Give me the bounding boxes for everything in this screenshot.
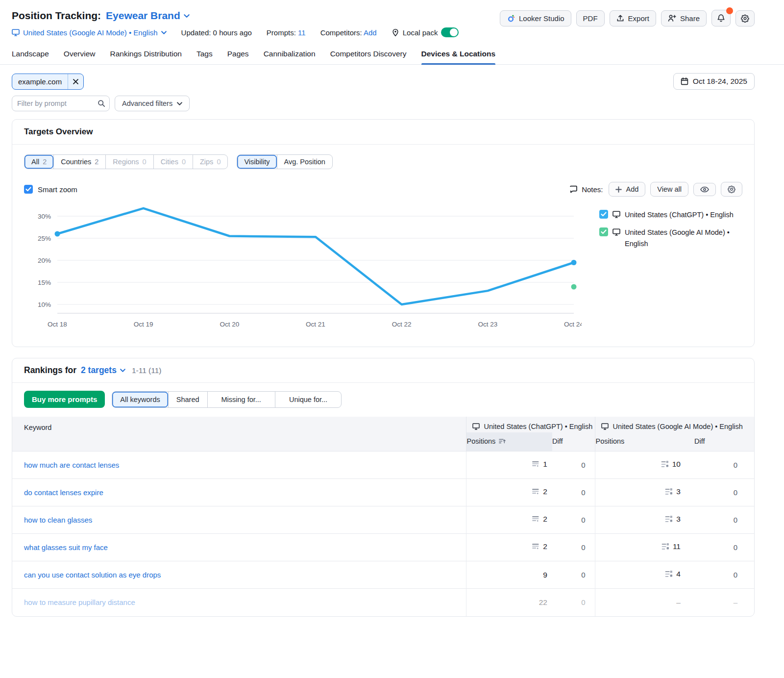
keyword-link[interactable]: how to measure pupillary distance (24, 598, 135, 606)
scope-tab-countries[interactable]: Countries 2 (53, 155, 105, 169)
table-row: can you use contact solution as eye drop… (12, 561, 754, 589)
tab-competitors-discovery[interactable]: Competitors Discovery (330, 45, 407, 64)
svg-text:10%: 10% (38, 301, 51, 308)
diff-header-chatgpt[interactable]: Diff (552, 432, 595, 452)
keyword-filter-tabs: All keywords Shared Missing for... Uniqu… (112, 391, 342, 408)
chevron-down-icon (120, 369, 125, 372)
filter-row: example.com Oct 18-24, 2025 (0, 73, 784, 90)
header-actions: Looker Studio PDF Export Share (500, 10, 755, 26)
domain-chip-label: example.com (12, 74, 68, 89)
date-range-label: Oct 18-24, 2025 (693, 77, 747, 86)
tab-cannibalization[interactable]: Cannibalization (264, 45, 316, 64)
svg-text:Oct 24: Oct 24 (564, 321, 582, 328)
remove-chip-button[interactable] (68, 74, 83, 89)
keyword-link[interactable]: do contact lenses expire (24, 488, 103, 497)
target-selector[interactable]: United States (Google AI Mode) • English (12, 28, 167, 37)
filter-tab-missing-for[interactable]: Missing for... (207, 392, 275, 407)
scope-tab-regions: Regions 0 (105, 155, 153, 169)
chart-settings-button[interactable] (721, 182, 742, 197)
metric-tab-avg-position[interactable]: Avg. Position (277, 155, 332, 169)
table-row: how to measure pupillary distance 22 0 –… (12, 589, 754, 616)
tab-landscape[interactable]: Landscape (12, 45, 49, 64)
share-button[interactable]: Share (661, 10, 707, 26)
monitor-icon (601, 423, 609, 430)
chart-legend: United States (ChatGPT) • English United… (582, 203, 742, 335)
tab-rankings-distribution[interactable]: Rankings Distribution (110, 45, 181, 64)
target-selector-label: United States (Google AI Mode) • English (23, 28, 158, 37)
tab-overview[interactable]: Overview (64, 45, 96, 64)
filter-tab-all-keywords[interactable]: All keywords (112, 392, 168, 407)
date-range-button[interactable]: Oct 18-24, 2025 (673, 73, 755, 90)
scope-tab-all[interactable]: All 2 (24, 155, 53, 169)
pdf-button[interactable]: PDF (576, 10, 605, 26)
svg-text:20%: 20% (38, 257, 51, 264)
keyword-link[interactable]: can you use contact solution as eye drop… (24, 571, 161, 579)
project-selector[interactable]: Eyewear Brand (106, 10, 190, 22)
local-pack-control: Local pack (392, 27, 459, 37)
ai-mode-serp-icon (665, 515, 673, 523)
export-button[interactable]: Export (610, 10, 656, 26)
export-label: Export (628, 14, 649, 23)
prompt-filter-box (12, 96, 110, 111)
upload-icon (616, 14, 624, 22)
metric-tab-visibility[interactable]: Visibility (237, 155, 276, 169)
top-bar: Position Tracking: Eyewear Brand United … (0, 0, 784, 37)
legend-label-chatgpt: United States (ChatGPT) • English (625, 209, 734, 220)
add-note-button[interactable]: Add (609, 182, 645, 197)
notifications-button[interactable] (711, 10, 731, 26)
competitors-label: Competitors: (320, 28, 362, 37)
keyword-link[interactable]: what glasses suit my face (24, 543, 108, 552)
ai-mode-serp-icon (662, 543, 669, 551)
table-row: how much are contact lenses 1 0 10 0 (12, 452, 754, 479)
tab-devices-locations[interactable]: Devices & Locations (421, 45, 496, 64)
legend-checkbox-google-ai-mode[interactable] (599, 227, 608, 236)
note-bubble-icon (569, 185, 578, 193)
view-all-notes-button[interactable]: View all (650, 182, 688, 197)
buy-more-prompts-button[interactable]: Buy more prompts (24, 391, 105, 408)
close-icon (73, 79, 78, 84)
notification-badge (726, 7, 733, 14)
chevron-down-icon (161, 31, 167, 34)
advanced-filters-button[interactable]: Advanced filters (115, 96, 190, 111)
settings-button[interactable] (735, 10, 755, 26)
targets-overview-card: Targets Overview All 2 Countries 2 Regio… (12, 119, 755, 347)
positions-header-chatgpt-sorted[interactable]: Positions (466, 432, 552, 452)
tab-pages[interactable]: Pages (227, 45, 249, 64)
legend-checkbox-chatgpt[interactable] (599, 210, 608, 219)
prompts-value-link[interactable]: 11 (298, 28, 306, 37)
table-row: do contact lenses expire 2 0 3 0 (12, 479, 754, 506)
prompts-label: Prompts: (267, 28, 296, 37)
diff-header-google-ai-mode[interactable]: Diff (694, 432, 754, 452)
svg-text:Oct 19: Oct 19 (134, 321, 153, 328)
keyword-link[interactable]: how much are contact lenses (24, 461, 119, 469)
search-icon[interactable] (98, 100, 105, 107)
targets-controls: All 2 Countries 2 Regions 0 Cities 0 Zip… (24, 154, 742, 169)
keyword-link[interactable]: how to clean glasses (24, 516, 92, 524)
domain-filter-chip: example.com (12, 74, 84, 90)
notes-toolbar: Notes: Add View all (569, 182, 742, 197)
competitors: Competitors: Add (320, 28, 377, 37)
prompt-filter-input[interactable] (17, 100, 98, 107)
advanced-filters-label: Advanced filters (122, 100, 172, 107)
gear-icon (741, 14, 749, 23)
ai-overview-serp-icon (532, 460, 539, 468)
filter-tab-unique-for[interactable]: Unique for... (275, 392, 341, 407)
page-title: Position Tracking: (12, 10, 101, 22)
filter-tab-shared[interactable]: Shared (168, 392, 207, 407)
svg-text:15%: 15% (38, 279, 51, 286)
ai-mode-serp-icon (665, 488, 673, 496)
local-pack-toggle[interactable] (441, 27, 459, 37)
tab-tags[interactable]: Tags (196, 45, 213, 64)
targets-count-selector[interactable]: 2 targets (81, 365, 125, 376)
competitors-add-link[interactable]: Add (364, 28, 377, 37)
person-plus-icon (668, 14, 676, 22)
looker-studio-icon (507, 14, 515, 23)
svg-text:Oct 22: Oct 22 (392, 321, 412, 328)
chevron-down-icon (184, 14, 190, 18)
local-pack-label: Local pack (403, 28, 438, 37)
smart-zoom-checkbox[interactable]: Smart zoom (24, 185, 77, 194)
looker-studio-button[interactable]: Looker Studio (500, 10, 571, 26)
sort-icon (499, 438, 506, 444)
positions-header-google-ai-mode[interactable]: Positions (595, 432, 694, 452)
toggle-notes-visibility-button[interactable] (693, 183, 716, 196)
